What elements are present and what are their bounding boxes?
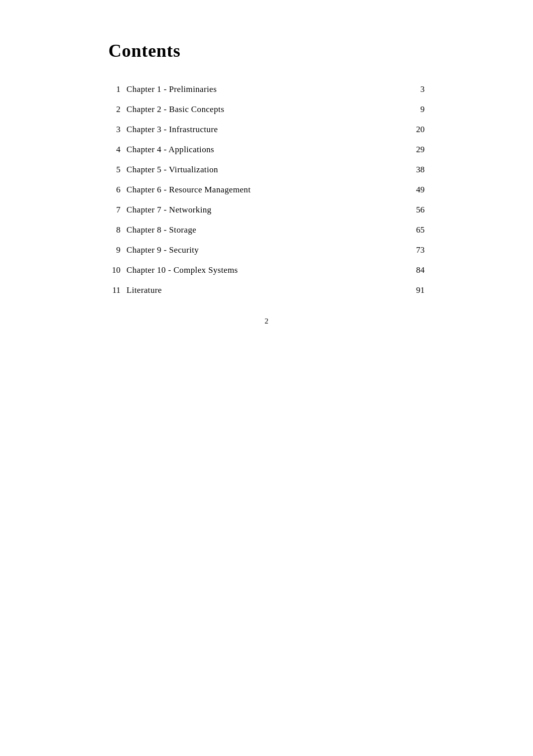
toc-entry-title: Chapter 4 - Applications [126,145,266,155]
toc-entry-title: Chapter 2 - Basic Concepts [126,104,266,115]
toc-entry-page: 65 [410,225,425,235]
toc-entry-page: 29 [410,145,425,155]
toc-entry-title: Chapter 3 - Infrastructure [126,125,266,135]
toc-dots [268,272,408,273]
toc-row: 8Chapter 8 - Storage65 [108,220,425,240]
toc-row: 2Chapter 2 - Basic Concepts9 [108,99,425,120]
toc-row: 11Literature91 [108,280,425,300]
toc-entry-number: 9 [108,245,126,255]
toc-row: 3Chapter 3 - Infrastructure20 [108,120,425,140]
toc-entry-number: 3 [108,125,126,135]
toc-dots [268,132,408,132]
toc-entry-page: 20 [410,125,425,135]
toc-row: 4Chapter 4 - Applications29 [108,140,425,160]
toc-entry-number: 11 [108,285,126,295]
toc-entry-number: 1 [108,84,126,94]
toc-entry-title: Chapter 1 - Preliminaries [126,84,266,94]
toc-entry-page: 84 [410,265,425,275]
toc-entry-number: 5 [108,165,126,175]
toc-entry-number: 2 [108,104,126,115]
toc-dots [268,252,408,253]
toc-entry-page: 9 [410,104,425,115]
page-title: Contents [108,40,425,61]
page-number: 2 [264,317,269,326]
toc-row: 10Chapter 10 - Complex Systems84 [108,260,425,280]
toc-entry-page: 49 [410,185,425,195]
table-of-contents: 1Chapter 1 - Preliminaries32Chapter 2 - … [108,79,425,300]
toc-dots [268,292,408,293]
toc-row: 9Chapter 9 - Security73 [108,240,425,260]
toc-row: 1Chapter 1 - Preliminaries3 [108,79,425,99]
toc-entry-title: Chapter 8 - Storage [126,225,266,235]
toc-dots [268,112,408,112]
toc-dots [268,192,408,192]
toc-row: 6Chapter 6 - Resource Management49 [108,180,425,200]
toc-entry-title: Literature [126,285,266,295]
toc-entry-title: Chapter 10 - Complex Systems [126,265,266,275]
toc-entry-title: Chapter 9 - Security [126,245,266,255]
toc-entry-number: 6 [108,185,126,195]
toc-row: 5Chapter 5 - Virtualization38 [108,160,425,180]
toc-dots [268,212,408,212]
toc-entry-number: 4 [108,145,126,155]
page-container: Contents 1Chapter 1 - Preliminaries32Cha… [78,0,455,341]
toc-entry-page: 56 [410,205,425,215]
toc-dots [268,232,408,233]
toc-dots [268,172,408,172]
toc-row: 7Chapter 7 - Networking56 [108,200,425,220]
toc-dots [268,152,408,152]
toc-entry-title: Chapter 6 - Resource Management [126,185,266,195]
toc-entry-page: 73 [410,245,425,255]
toc-entry-number: 7 [108,205,126,215]
toc-entry-page: 38 [410,165,425,175]
toc-entry-page: 91 [410,285,425,295]
toc-entry-page: 3 [410,84,425,94]
toc-dots [268,91,408,92]
toc-entry-number: 10 [108,265,126,275]
toc-entry-title: Chapter 5 - Virtualization [126,165,266,175]
toc-entry-title: Chapter 7 - Networking [126,205,266,215]
toc-entry-number: 8 [108,225,126,235]
